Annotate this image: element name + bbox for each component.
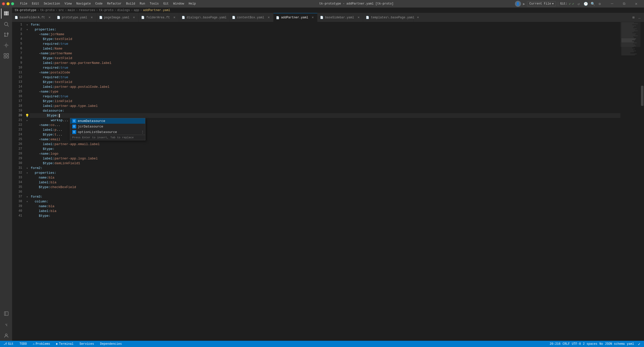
status-indent[interactable]: 2 spaces (582, 342, 598, 346)
scrollbar-thumb[interactable] (641, 86, 643, 106)
ac-item-optionlist[interactable]: E optionListDatasource ⋮ (70, 129, 145, 135)
fold-arrow-21[interactable]: ▸ (26, 119, 28, 122)
ac-item-jcr[interactable]: E jcrDatasource (70, 124, 145, 129)
win-restore[interactable]: ⧉ (618, 0, 630, 8)
tab-folderarea[interactable]: 📄 folderArea.ft × (139, 13, 179, 22)
tab-pageimage[interactable]: 📄 pageImage.yaml × (97, 13, 139, 22)
breadcrumb-app[interactable]: app (134, 9, 139, 12)
activity-git[interactable] (1, 30, 11, 40)
menu-file[interactable]: File (18, 2, 29, 6)
breadcrumb-main[interactable]: main (68, 9, 75, 12)
line-num-18: 18 (12, 104, 22, 108)
menu-edit[interactable]: Edit (30, 2, 41, 6)
tab-dialogs[interactable]: 📄 dialogs\.basePage.yaml × (179, 13, 229, 22)
tab-close-folderarea[interactable]: × (172, 16, 176, 20)
current-file-button[interactable]: Current File ▼ (527, 1, 556, 6)
breadcrumb-app[interactable]: tk-prototype (15, 9, 36, 12)
breadcrumb-file[interactable]: addPartner.yaml (143, 9, 170, 12)
tab-close-contentbox[interactable]: × (267, 16, 271, 20)
fold-arrow-2[interactable]: ▾ (26, 28, 28, 31)
tab-close-basefolder[interactable]: × (48, 16, 52, 20)
services-label: Services (79, 342, 94, 346)
profile-avatar[interactable]: 👤 (515, 1, 521, 7)
fold-arrow-1[interactable]: ▾ (26, 23, 28, 26)
more-tabs-icon[interactable]: … (637, 15, 642, 20)
schema-text: No JSON schema (599, 342, 625, 346)
activity-extensions[interactable] (1, 51, 11, 61)
status-check[interactable]: ✓ (637, 341, 641, 346)
breadcrumb-resources[interactable]: resources (79, 9, 95, 12)
tab-templates[interactable]: 📄 templates\.basePage.yaml × (363, 13, 414, 22)
status-problems[interactable]: ⚠ Problems (32, 341, 51, 347)
menu-help[interactable]: Help (187, 2, 198, 6)
menu-navigate[interactable]: Navigate (74, 2, 93, 6)
activity-remote[interactable]: ⌥ (1, 320, 11, 330)
status-services[interactable]: Services (78, 341, 95, 347)
menu-build[interactable]: Build (124, 2, 137, 6)
status-position[interactable]: 20:216 (549, 342, 561, 346)
settings-icon[interactable]: ⚙ (597, 1, 602, 6)
fold-arrow-32[interactable]: ▾ (26, 171, 28, 175)
tab-basefolder[interactable]: 📄 baseFolderA.ft × (12, 13, 54, 22)
run-icon[interactable]: ▶ (523, 2, 525, 6)
breadcrumb-src[interactable]: src (58, 9, 64, 12)
maximize-button[interactable]: □ (11, 2, 14, 5)
menu-code[interactable]: Code (93, 2, 105, 6)
status-terminal[interactable]: ▶ Terminal (55, 341, 74, 347)
tab-close-basesidebar[interactable]: × (356, 16, 360, 20)
status-git[interactable]: ⎇ Git (3, 341, 15, 347)
status-encoding[interactable]: UTF-8 (571, 342, 582, 346)
tab-label-folderarea: folderArea.ft (146, 16, 170, 19)
more-options-icon[interactable]: ⋮ (141, 130, 144, 134)
tab-prototype[interactable]: 📄 prototype.yaml × (54, 13, 97, 22)
gutter-31: ▾ (25, 166, 30, 170)
activity-panel-toggle[interactable] (1, 309, 11, 319)
tab-contentbox[interactable]: 📄 contentBox.yaml × (229, 13, 273, 22)
tab-addpartner[interactable]: 📄 addPartner.yaml × (273, 13, 317, 22)
status-dependencies[interactable]: Dependencies (99, 341, 123, 347)
menu-run[interactable]: Run (138, 2, 147, 6)
fold-arrow-37[interactable]: ▾ (26, 195, 28, 198)
fold-arrow-31[interactable]: ▾ (26, 167, 28, 170)
activity-search[interactable] (1, 19, 11, 29)
fold-arrow-38[interactable]: ▾ (26, 200, 28, 203)
breadcrumb-tkproto[interactable]: tk-proto (99, 9, 113, 12)
tab-close-pageimage[interactable]: × (132, 16, 136, 20)
minimize-button[interactable]: − (7, 2, 10, 5)
todo-label: TODO (20, 342, 27, 346)
lightbulb-icon-20[interactable]: 💡 (25, 114, 29, 118)
breadcrumb-project[interactable]: tk-proto (40, 9, 55, 12)
position-text: 20:216 (550, 342, 560, 346)
menu-tools[interactable]: Tools (148, 2, 161, 6)
minimap[interactable] (620, 22, 640, 341)
activity-explorer[interactable] (1, 9, 11, 19)
menu-refactor[interactable]: Refactor (105, 2, 124, 6)
tab-close-templates[interactable]: × (417, 16, 419, 20)
refresh-icon[interactable]: ↺ (576, 1, 581, 6)
win-close[interactable]: ✕ (630, 0, 642, 8)
win-minimize[interactable]: — (606, 0, 618, 8)
tab-basesidebar[interactable]: 📄 baseSidebar.yaml × (317, 13, 363, 22)
menu-view[interactable]: View (62, 2, 74, 6)
ac-item-enum[interactable]: E enumDatasource (70, 118, 145, 124)
breadcrumb-dialogs[interactable]: dialogs (117, 9, 130, 12)
menu-selection[interactable]: Selection (42, 2, 62, 6)
status-line-ending[interactable]: CRLF (561, 342, 571, 346)
gutter-19 (25, 108, 30, 113)
scrollbar[interactable] (640, 22, 644, 341)
status-todo[interactable]: TODO (19, 341, 28, 347)
activity-account[interactable] (1, 331, 11, 341)
tab-close-prototype[interactable]: × (90, 16, 94, 20)
code-content[interactable]: form: properties: - name: jcrName $type:… (30, 22, 620, 341)
menu-git[interactable]: Git (161, 2, 171, 6)
close-button[interactable]: ✕ (2, 2, 5, 5)
search-toolbar-icon[interactable]: 🔍 (590, 1, 595, 6)
status-language[interactable]: yaml (626, 342, 635, 346)
activity-debug[interactable] (1, 40, 11, 50)
status-schema[interactable]: No JSON schema (598, 342, 626, 346)
split-editor-icon[interactable]: ⊞ (631, 15, 636, 20)
tab-close-addpartner[interactable]: × (311, 16, 315, 20)
clock-icon[interactable]: 🕐 (583, 1, 588, 6)
minimap-slider[interactable] (620, 22, 640, 47)
menu-window[interactable]: Window (171, 2, 186, 6)
